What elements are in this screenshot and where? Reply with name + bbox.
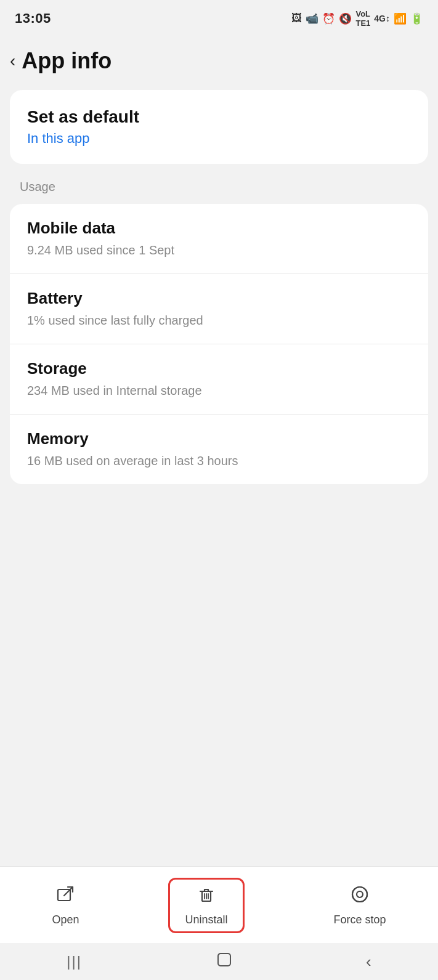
status-bar: 13:05 🖼 📹 ⏰ 🔇 VoLTE1 4G↕ 📶 🔋 xyxy=(0,0,438,37)
storage-desc: 234 MB used in Internal storage xyxy=(27,382,411,399)
memory-title: Memory xyxy=(27,429,411,448)
battery-icon: 🔋 xyxy=(410,12,423,25)
usage-section-label: Usage xyxy=(0,169,438,199)
battery-item[interactable]: Battery 1% used since last fully charged xyxy=(10,274,428,344)
usage-card: Mobile data 9.24 MB used since 1 Sept Ba… xyxy=(10,204,428,484)
page-title: App info xyxy=(22,48,112,74)
in-this-app-link[interactable]: In this app xyxy=(27,131,411,147)
bottom-action-bar: Open Uninstall Force stop xyxy=(0,866,438,943)
memory-item[interactable]: Memory 16 MB used on average in last 3 h… xyxy=(10,415,428,484)
open-button[interactable]: Open xyxy=(37,880,94,931)
set-as-default-title: Set as default xyxy=(27,107,411,127)
mute-icon: 🔇 xyxy=(339,12,352,25)
4g-icon: 4G↕ xyxy=(374,14,390,23)
force-stop-label: Force stop xyxy=(333,913,386,926)
block-icon xyxy=(350,885,370,909)
nav-back-icon[interactable]: ‹ xyxy=(366,952,371,971)
mobile-data-desc: 9.24 MB used since 1 Sept xyxy=(27,241,411,259)
svg-point-4 xyxy=(352,887,367,902)
battery-title: Battery xyxy=(27,289,411,308)
storage-item[interactable]: Storage 234 MB used in Internal storage xyxy=(10,344,428,415)
battery-desc: 1% used since last fully charged xyxy=(27,312,411,329)
signal-icon: 📶 xyxy=(394,12,407,25)
open-icon xyxy=(55,885,75,909)
status-time: 13:05 xyxy=(15,10,51,26)
set-as-default-card[interactable]: Set as default In this app xyxy=(10,90,428,164)
svg-point-3 xyxy=(357,891,363,897)
nav-home-icon[interactable] xyxy=(216,951,233,973)
open-label: Open xyxy=(52,913,79,926)
trash-icon xyxy=(197,885,216,909)
camera-icon: 📹 xyxy=(306,12,318,25)
mobile-data-title: Mobile data xyxy=(27,219,411,238)
status-icons: 🖼 📹 ⏰ 🔇 VoLTE1 4G↕ 📶 🔋 xyxy=(291,9,423,28)
force-stop-button[interactable]: Force stop xyxy=(318,880,400,931)
back-button[interactable]: ‹ xyxy=(10,51,15,71)
uninstall-button[interactable]: Uninstall xyxy=(168,878,244,933)
nav-bar: ||| ‹ xyxy=(0,943,438,980)
uninstall-label: Uninstall xyxy=(185,913,227,926)
nav-recent-icon[interactable]: ||| xyxy=(67,953,82,970)
gallery-icon: 🖼 xyxy=(291,12,302,25)
mobile-data-item[interactable]: Mobile data 9.24 MB used since 1 Sept xyxy=(10,204,428,274)
memory-desc: 16 MB used on average in last 3 hours xyxy=(27,452,411,469)
alarm-icon: ⏰ xyxy=(322,12,335,25)
svg-rect-5 xyxy=(218,954,230,966)
volte-icon: VoLTE1 xyxy=(355,9,370,28)
app-info-header: ‹ App info xyxy=(0,37,438,85)
storage-title: Storage xyxy=(27,359,411,378)
